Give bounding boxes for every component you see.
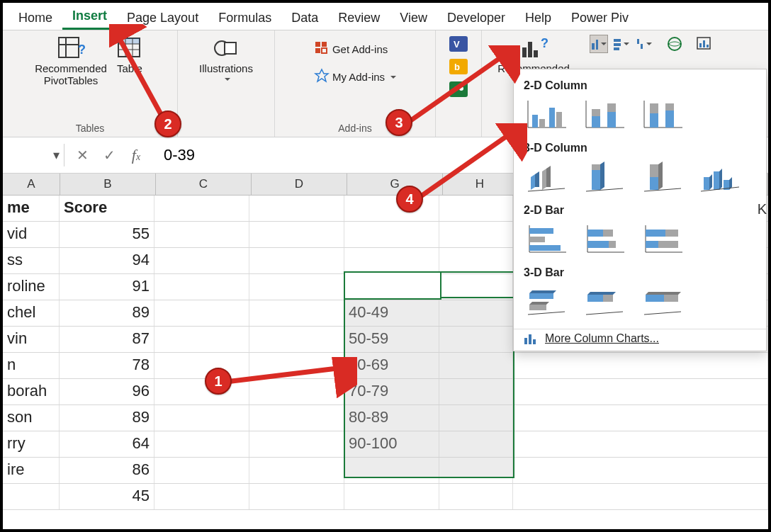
col-header-c[interactable]: C xyxy=(156,174,252,195)
bing-addin-icon[interactable]: b xyxy=(449,59,468,77)
svg-rect-84 xyxy=(529,237,545,242)
svg-rect-53 xyxy=(607,112,616,128)
people-addin-icon[interactable] xyxy=(449,81,468,100)
tab-page-layout[interactable]: Page Layout xyxy=(117,6,208,30)
svg-rect-41 xyxy=(703,40,705,47)
svg-rect-29 xyxy=(596,40,598,50)
svg-rect-85 xyxy=(529,245,561,251)
stacked-bar-thumb[interactable] xyxy=(582,221,627,256)
bin-cell[interactable]: 60-69 xyxy=(344,353,439,378)
col-header-a[interactable]: A xyxy=(3,174,60,195)
svg-text:b: b xyxy=(454,62,460,72)
svg-rect-111 xyxy=(524,338,527,344)
tab-power-pivot[interactable]: Power Piv xyxy=(561,6,638,30)
svg-point-38 xyxy=(668,38,681,50)
cell-header-name[interactable]: me xyxy=(3,196,60,221)
svg-marker-74 xyxy=(704,177,709,190)
group-label-tables: Tables xyxy=(76,123,104,135)
3d-stacked-column-thumb[interactable] xyxy=(582,159,627,194)
svg-rect-91 xyxy=(609,241,616,248)
addin-icon xyxy=(314,68,330,86)
bin-cell[interactable]: 40-49 xyxy=(344,300,439,326)
clustered-column-thumb[interactable] xyxy=(524,96,569,132)
svg-rect-25 xyxy=(528,42,532,57)
clustered-bar-thumb[interactable] xyxy=(524,221,569,256)
insert-column-chart-button[interactable] xyxy=(590,35,608,53)
cancel-formula-button[interactable]: ✕ xyxy=(69,147,96,164)
col-header-d[interactable]: D xyxy=(252,174,347,195)
svg-rect-33 xyxy=(614,47,619,50)
bin-cell[interactable]: 50-59 xyxy=(344,327,439,352)
annotation-badge-3: 3 xyxy=(386,109,412,136)
recommended-pivottables-button[interactable]: ? Recommended PivotTables xyxy=(33,33,108,88)
col-header-g[interactable]: G xyxy=(347,174,443,195)
bin-cell[interactable]: 90-100 xyxy=(344,431,439,457)
svg-rect-104 xyxy=(603,295,613,302)
svg-marker-98 xyxy=(529,290,556,293)
name-box[interactable]: ▾ xyxy=(3,147,60,163)
column-chart-icon xyxy=(524,332,538,345)
col-header-h[interactable]: H xyxy=(443,174,517,195)
svg-marker-16 xyxy=(315,69,328,81)
col-header-b[interactable]: B xyxy=(60,174,156,195)
svg-rect-34 xyxy=(637,39,639,44)
get-addins-button[interactable]: Get Add-ins xyxy=(313,39,389,60)
svg-rect-45 xyxy=(532,115,538,128)
svg-line-102 xyxy=(528,312,565,315)
3d-100pct-stacked-column-thumb[interactable] xyxy=(640,159,685,194)
bin-cell[interactable]: 70-79 xyxy=(344,379,439,404)
svg-rect-32 xyxy=(614,43,621,46)
stacked-column-thumb[interactable] xyxy=(582,96,627,132)
100pct-stacked-bar-thumb[interactable] xyxy=(640,221,685,256)
100pct-stacked-column-thumb[interactable] xyxy=(640,96,685,132)
insert-pivotchart-button[interactable] xyxy=(694,35,713,53)
cell-header-score[interactable]: Score xyxy=(60,196,154,221)
svg-marker-64 xyxy=(546,166,551,187)
more-column-charts-link[interactable]: More Column Charts... xyxy=(524,332,756,345)
visio-addin-icon[interactable]: V xyxy=(449,36,468,55)
tab-formulas[interactable]: Formulas xyxy=(208,6,281,30)
tab-developer[interactable]: Developer xyxy=(437,6,515,30)
tab-home[interactable]: Home xyxy=(9,6,62,30)
3d-100pct-stacked-bar-thumb[interactable] xyxy=(640,283,685,319)
tab-insert[interactable]: Insert xyxy=(62,4,117,30)
insert-map-button[interactable] xyxy=(665,35,683,53)
3d-clustered-column-thumb[interactable] xyxy=(524,159,569,194)
table-button[interactable]: Table xyxy=(113,33,147,77)
svg-line-65 xyxy=(528,188,565,191)
svg-rect-46 xyxy=(539,119,545,128)
svg-point-22 xyxy=(454,86,458,91)
3d-column-thumb[interactable] xyxy=(698,159,743,194)
svg-rect-14 xyxy=(315,48,320,53)
3d-stacked-bar-thumb[interactable] xyxy=(582,283,627,319)
svg-rect-24 xyxy=(522,47,527,57)
svg-rect-101 xyxy=(529,305,546,310)
svg-rect-99 xyxy=(529,293,553,299)
table-icon xyxy=(114,35,145,62)
insert-bar-chart-button[interactable] xyxy=(612,35,631,53)
svg-rect-60 xyxy=(665,111,674,128)
svg-rect-51 xyxy=(592,116,600,128)
accept-formula-button[interactable]: ✓ xyxy=(96,147,123,164)
svg-rect-42 xyxy=(707,45,709,47)
tab-help[interactable]: Help xyxy=(515,6,561,30)
svg-marker-61 xyxy=(531,174,535,190)
svg-rect-52 xyxy=(592,109,600,116)
svg-rect-108 xyxy=(646,295,664,302)
svg-marker-67 xyxy=(592,164,600,170)
svg-text:V: V xyxy=(454,39,460,50)
tab-review[interactable]: Review xyxy=(328,6,390,30)
svg-rect-113 xyxy=(533,339,536,344)
svg-rect-28 xyxy=(592,43,595,50)
insert-win-loss-button[interactable] xyxy=(635,35,653,53)
3d-clustered-bar-thumb[interactable] xyxy=(524,283,569,319)
illustrations-button[interactable]: Illustrations xyxy=(198,33,254,84)
insert-function-button[interactable]: fx xyxy=(123,146,150,164)
tab-view[interactable]: View xyxy=(390,6,437,30)
bin-cell[interactable]: 0-39 xyxy=(344,274,439,300)
bin-cell[interactable]: 80-89 xyxy=(344,405,439,431)
tab-data[interactable]: Data xyxy=(281,6,328,30)
svg-text:?: ? xyxy=(541,36,548,50)
svg-rect-58 xyxy=(650,113,658,128)
my-addins-button[interactable]: My Add-ins xyxy=(313,67,398,87)
